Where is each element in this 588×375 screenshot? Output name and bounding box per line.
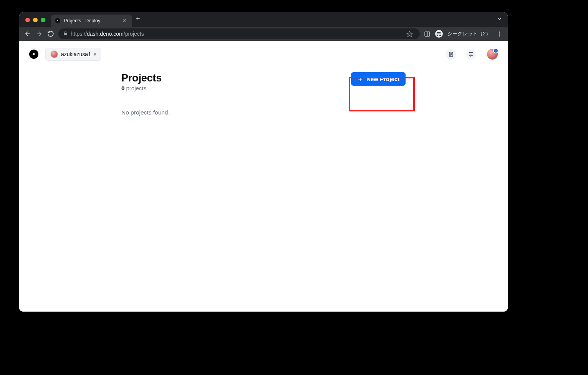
back-button[interactable] [22, 28, 33, 39]
svg-rect-2 [425, 32, 430, 36]
panel-icon[interactable] [422, 28, 433, 39]
lock-icon [63, 31, 68, 37]
svg-point-8 [34, 53, 35, 54]
tab-close-icon[interactable]: ✕ [121, 17, 128, 25]
svg-point-14 [471, 55, 471, 55]
new-project-button[interactable]: New Project [351, 72, 406, 86]
org-name: azukiazusa1 [61, 51, 91, 57]
main-header: Projects 0 projects New Project [121, 72, 406, 91]
browser-menu-icon[interactable] [494, 28, 505, 39]
url-text: https://dash.deno.com/projects [71, 31, 401, 37]
svg-point-5 [499, 33, 500, 35]
svg-marker-1 [407, 31, 412, 36]
docs-button[interactable] [446, 49, 456, 60]
chevron-updown-icon: ▴▾ [94, 52, 96, 56]
main-area: Projects 0 projects New Project No proje… [120, 72, 407, 116]
page-title: Projects [121, 72, 162, 84]
incognito-icon[interactable] [434, 28, 444, 39]
new-project-label: New Project [366, 76, 399, 82]
tab-list-dropdown-icon[interactable] [497, 16, 502, 23]
user-avatar[interactable] [487, 49, 498, 60]
window-minimize-button[interactable] [33, 18, 38, 22]
deno-favicon-icon [55, 18, 61, 24]
address-input[interactable]: https://dash.deno.com/projects [58, 28, 420, 39]
new-tab-button[interactable]: + [132, 13, 144, 27]
svg-point-4 [499, 32, 500, 33]
projects-count: 0 projects [121, 85, 162, 91]
app-header: azukiazusa1 ▴▾ [19, 41, 508, 68]
address-bar: https://dash.deno.com/projects シークレット（2） [19, 27, 508, 41]
tab-strip: Projects - Deploy ✕ + [19, 12, 508, 27]
forward-button[interactable] [34, 28, 45, 39]
window-controls [25, 18, 45, 22]
tab-title: Projects - Deploy [64, 18, 118, 23]
org-avatar-icon [50, 50, 58, 58]
feedback-button[interactable] [465, 49, 476, 60]
empty-state-message: No projects found. [121, 109, 406, 116]
browser-tab[interactable]: Projects - Deploy ✕ [51, 15, 132, 27]
incognito-label: シークレット（2） [447, 30, 491, 37]
svg-point-6 [499, 35, 500, 37]
page-content: azukiazusa1 ▴▾ Projects 0 projects [19, 41, 508, 312]
plus-icon [357, 76, 363, 82]
browser-window: Projects - Deploy ✕ + https://dash.deno.… [19, 12, 508, 312]
reload-button[interactable] [45, 28, 56, 39]
bookmark-star-icon[interactable] [404, 28, 415, 39]
window-zoom-button[interactable] [41, 18, 45, 22]
deno-logo-icon[interactable] [29, 50, 38, 59]
window-close-button[interactable] [25, 18, 30, 22]
org-switcher[interactable]: azukiazusa1 ▴▾ [45, 48, 101, 61]
